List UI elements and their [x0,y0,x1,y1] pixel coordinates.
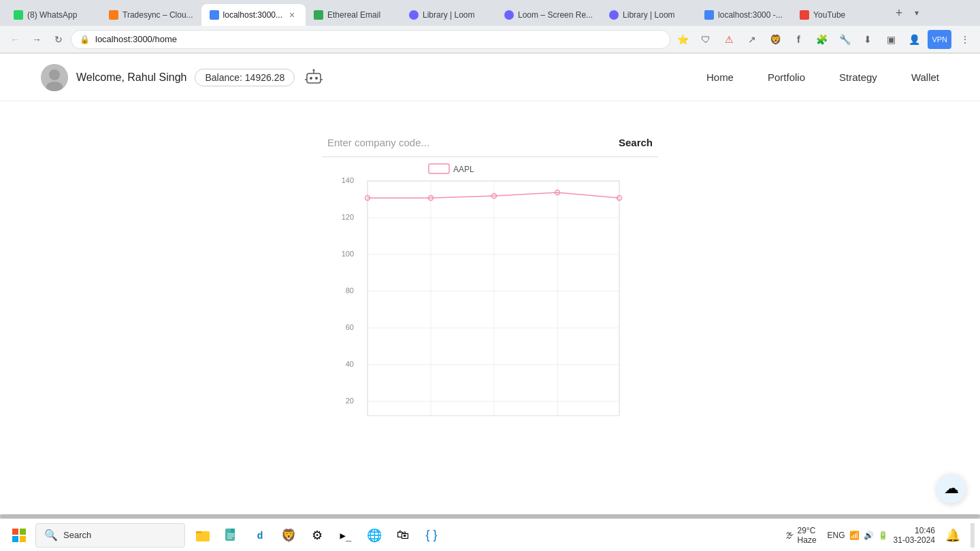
avatar-image [41,64,68,91]
vpn-icon[interactable]: VPN [928,30,951,49]
svg-text:140: 140 [342,176,354,184]
svg-rect-39 [12,536,18,542]
notification-icon[interactable]: 🔔 [941,523,965,548]
top-nav: Welcome, Rahul Singh Balance: 14926.28 H… [0,54,980,101]
svg-text:AAPL: AAPL [453,165,474,174]
svg-text:20: 20 [346,397,354,405]
tab-tradesync-title: Tradesync – Clou... [122,10,193,20]
tab-localhost-title: localhost:3000... [223,10,282,20]
taskbar-search-bar[interactable]: 🔍 Search [35,523,185,548]
taskbar-search-icon: 🔍 [44,529,58,541]
taskbar-file-icon[interactable] [219,523,244,548]
taskbar: 🔍 Search d 🦁 ⚙ ▶_ 🌐 🛍 { } [0,518,980,551]
puzzle-icon[interactable]: 🧩 [812,30,831,49]
tab-loom-screen[interactable]: Loom – Screen Re... [496,4,601,26]
svg-rect-31 [368,181,619,416]
main-content: Search AAPL 140 120 100 80 60 40 20 [0,101,980,459]
back-button[interactable]: ← [5,30,24,49]
stock-chart: AAPL 140 120 100 80 60 40 20 [333,157,633,443]
nav-portfolio[interactable]: Portfolio [768,71,805,83]
youtube-favicon [800,10,809,20]
svg-point-1 [49,69,60,80]
alert-icon[interactable]: ⚠ [719,30,738,49]
file-svg [224,528,239,543]
toolbar: ← → ↻ 🔒 localhost:3000/home ⭐ 🛡 ⚠ ↗ 🦁 f … [0,26,980,53]
taskbar-terminal-icon[interactable]: ▶_ [333,523,358,548]
nav-links: Home Portfolio Strategy Wallet [706,71,939,83]
loom-screen-favicon [504,10,514,20]
search-button[interactable]: Search [619,137,653,148]
taskbar-explorer-icon[interactable] [191,523,215,548]
tab-whatsapp-title: (8) WhatsApp [27,10,93,20]
tab-whatsapp[interactable]: (8) WhatsApp [5,4,101,26]
start-button[interactable] [5,522,33,549]
svg-text:80: 80 [346,286,354,295]
tab-localhost-active[interactable]: localhost:3000... × [201,4,306,26]
tab-tradesync[interactable]: Tradesync – Clou... [101,4,201,26]
tab-loom1[interactable]: Library | Loom [401,4,496,26]
svg-rect-3 [307,73,321,83]
tab-close-icon[interactable]: × [287,10,297,20]
localhost2-favicon [704,10,714,20]
tab-ethereal[interactable]: Ethereal Email [306,4,401,26]
brave-icon[interactable]: 🦁 [766,30,785,49]
volume-icon[interactable]: 🔊 [864,531,874,540]
layout-icon[interactable]: ▣ [881,30,900,49]
font-icon[interactable]: f [789,30,808,49]
ai-robot-icon[interactable] [303,67,325,88]
tab-loom1-title: Library | Loom [423,10,488,20]
show-desktop-button[interactable] [970,523,975,548]
welcome-text: Welcome, Rahul Singh [76,71,186,84]
address-bar[interactable]: 🔒 localhost:3000/home [71,30,670,49]
tab-loom2[interactable]: Library | Loom [601,4,696,26]
taskbar-edge-icon[interactable]: 🌐 [362,523,387,548]
nav-wallet[interactable]: Wallet [911,71,939,83]
company-search-input[interactable] [327,131,613,154]
nav-home[interactable]: Home [706,71,734,83]
toolbar-actions: ⭐ 🛡 ⚠ ↗ 🦁 f 🧩 🔧 ⬇ ▣ 👤 VPN ⋮ [673,30,975,49]
tab-loom2-title: Library | Loom [623,10,688,20]
download-icon[interactable]: ⬇ [858,30,877,49]
reload-button[interactable]: ↻ [49,30,68,49]
weather-temp: 29°C [798,526,817,535]
bookmark-icon[interactable]: ⭐ [673,30,692,49]
user-section: Welcome, Rahul Singh Balance: 14926.28 [41,64,325,91]
taskbar-search-label: Search [63,530,91,540]
svg-point-5 [315,77,318,80]
extension-icon[interactable]: 🔧 [835,30,854,49]
robot-svg [304,68,323,87]
profile-icon[interactable]: 👤 [904,30,924,49]
nav-strategy[interactable]: Strategy [839,71,877,83]
weather-widget: 🌫 29°C Haze [785,526,817,545]
explorer-svg [195,528,210,543]
clock-time: 10:46 [915,526,935,535]
taskbar-brave-icon[interactable]: 🦁 [276,523,301,548]
taskbar-settings-icon[interactable]: ⚙ [305,523,329,548]
shield-icon[interactable]: 🛡 [696,30,715,49]
language-indicator: ENG [828,531,845,540]
svg-point-4 [310,77,312,80]
weather-info: 29°C Haze [798,526,817,545]
tab-bar: (8) WhatsApp Tradesync – Clou... localho… [0,0,980,26]
taskbar-code-icon[interactable]: { } [419,523,444,548]
tab-loom-screen-title: Loom – Screen Re... [518,10,593,20]
svg-text:120: 120 [342,213,354,221]
forward-button[interactable]: → [27,30,46,49]
menu-icon[interactable]: ⋮ [956,30,975,49]
tab-dropdown-button[interactable]: ▾ [909,5,925,21]
battery-icon[interactable]: 🔋 [878,531,888,540]
svg-rect-38 [20,529,26,535]
taskbar-store-icon[interactable]: 🛍 [391,523,415,548]
ethereal-favicon [314,10,323,20]
taskbar-dell-icon[interactable]: d [248,523,272,548]
share-icon[interactable]: ↗ [742,30,762,49]
weather-condition: Haze [798,535,817,545]
svg-point-7 [313,69,315,71]
wifi-icon[interactable]: 📶 [849,531,860,540]
tab-youtube[interactable]: YouTube [791,4,887,26]
url-text: localhost:3000/home [95,34,662,44]
new-tab-button[interactable]: + [889,3,909,22]
tab-localhost2[interactable]: localhost:3000 -... [696,4,791,26]
chat-bubble[interactable]: ☁ [936,473,966,503]
taskbar-app-icons: d 🦁 ⚙ ▶_ 🌐 🛍 { } [191,523,444,548]
